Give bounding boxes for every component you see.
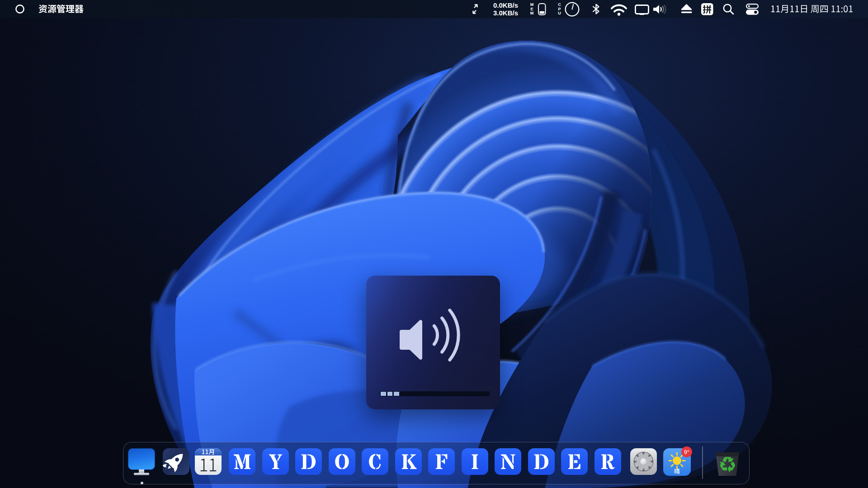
- svg-text:9°: 9°: [684, 449, 689, 455]
